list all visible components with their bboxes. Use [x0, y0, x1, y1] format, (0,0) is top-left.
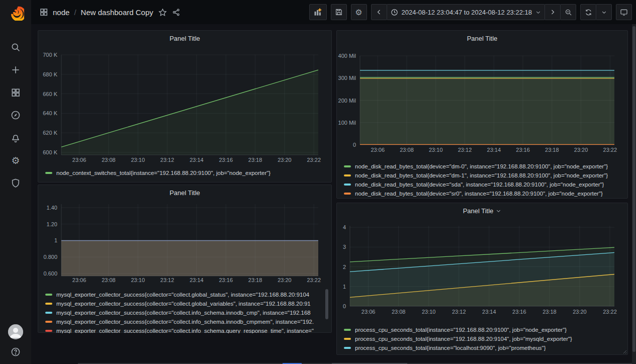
panel-header[interactable]: Panel Title	[337, 31, 627, 46]
panel-header[interactable]: Panel Title	[337, 203, 627, 218]
panel-title: Panel Title	[467, 35, 498, 42]
svg-text:600 K: 600 K	[43, 149, 57, 155]
cycle-view-mode-button[interactable]	[616, 4, 632, 20]
breadcrumb-dashboard-title[interactable]: New dashboard Copy	[81, 8, 153, 17]
legend-item[interactable]: mysql_exporter_collector_success{collect…	[45, 326, 321, 333]
legend-swatch	[344, 184, 351, 186]
share-icon[interactable]	[172, 8, 180, 17]
svg-text:23:06: 23:06	[72, 277, 86, 283]
breadcrumb-folder[interactable]: node	[53, 8, 69, 17]
clock-icon	[391, 9, 398, 16]
svg-text:23:10: 23:10	[131, 277, 145, 283]
panel-process-cpu: Panel Title 4321023:0623:0823:1023:1223:…	[336, 203, 628, 355]
refresh-group	[580, 4, 612, 20]
legend-item[interactable]: mysql_exporter_collector_success{collect…	[45, 299, 321, 308]
svg-text:100 Mil: 100 Mil	[338, 120, 356, 126]
time-shift-forward-button[interactable]	[544, 4, 561, 20]
legend-label: mysql_exporter_collector_success{collect…	[56, 328, 314, 333]
legend-item[interactable]: mysql_exporter_collector_success{collect…	[45, 317, 321, 326]
svg-text:23:12: 23:12	[458, 147, 472, 153]
star-icon[interactable]	[158, 8, 167, 17]
time-range-picker[interactable]: 2024-08-12 23:04:47 to 2024-08-12 23:22:…	[387, 4, 546, 20]
grafana-logo[interactable]	[7, 4, 24, 21]
legend-label: node_disk_read_bytes_total{device="dm-1"…	[355, 172, 608, 178]
svg-text:23:18: 23:18	[542, 309, 557, 315]
svg-text:23:18: 23:18	[248, 157, 262, 163]
legend-item[interactable]: node_context_switches_total{instance="19…	[45, 168, 326, 177]
legend-label: process_cpu_seconds_total{instance="192.…	[355, 327, 567, 333]
avatar[interactable]	[8, 324, 23, 339]
svg-text:23:10: 23:10	[429, 147, 443, 153]
legend-item[interactable]: process_cpu_seconds_total{instance="192.…	[344, 334, 622, 343]
svg-text:23:06: 23:06	[72, 157, 86, 163]
svg-text:23:08: 23:08	[400, 147, 414, 153]
timeseries-chart[interactable]: 4321023:0623:0823:1023:1223:1423:1623:18…	[337, 218, 627, 323]
legend-swatch	[45, 330, 52, 332]
svg-text:1.40: 1.40	[47, 205, 57, 211]
legend: node_disk_read_bytes_total{device="dm-0"…	[337, 160, 627, 199]
svg-text:0.800: 0.800	[43, 254, 57, 260]
grafana-app: ⚙ node / New dashboard Copy	[0, 0, 636, 364]
legend-item[interactable]: mysql_exporter_collector_success{collect…	[45, 308, 321, 317]
legend-item[interactable]: mysql_exporter_collector_success{collect…	[45, 290, 321, 299]
legend-item[interactable]: process_cpu_seconds_total{instance="192.…	[344, 325, 622, 334]
legend-item[interactable]: node_disk_read_bytes_total{device="dm-1"…	[344, 171, 622, 180]
svg-text:23:14: 23:14	[190, 157, 204, 163]
svg-text:23:10: 23:10	[422, 309, 436, 315]
zoom-out-time-button[interactable]	[560, 4, 576, 20]
svg-text:1: 1	[343, 284, 346, 290]
legend-label: node_disk_read_bytes_total{device="sda",…	[355, 181, 604, 188]
svg-text:23:06: 23:06	[361, 309, 376, 315]
legend-scrollbar[interactable]	[325, 289, 328, 319]
svg-text:1.20: 1.20	[47, 221, 57, 227]
panel-header[interactable]: Panel Title	[38, 31, 331, 46]
tv-icon	[620, 8, 628, 16]
panel-title: Panel Title	[169, 189, 200, 197]
chevron-down-icon	[535, 10, 541, 15]
timeseries-chart[interactable]: 1.401.2010.8000.60023:0623:0823:1023:122…	[38, 200, 331, 287]
add-panel-button[interactable]	[309, 4, 327, 20]
timeseries-chart[interactable]: 700 K680 K660 K640 K620 K600 K23:0623:08…	[38, 46, 331, 166]
legend-swatch	[45, 321, 52, 323]
save-dashboard-button[interactable]	[331, 4, 347, 20]
svg-text:23:16: 23:16	[219, 277, 233, 283]
panel-title: Panel Title	[169, 35, 200, 42]
legend-item[interactable]: node_disk_read_bytes_total{device="sda",…	[344, 180, 622, 189]
svg-text:23:22: 23:22	[603, 147, 617, 153]
legend: process_cpu_seconds_total{instance="192.…	[337, 323, 627, 355]
legend: mysql_exporter_collector_success{collect…	[38, 287, 331, 333]
timeseries-chart[interactable]: 400 Mil300 Mil200 Mil100 Mil023:0623:082…	[337, 46, 627, 160]
admin-shield-icon[interactable]	[11, 178, 21, 188]
svg-text:23:08: 23:08	[102, 157, 116, 163]
svg-text:23:16: 23:16	[516, 147, 530, 153]
settings-gear-icon[interactable]: ⚙	[11, 155, 21, 165]
topbar-actions: ⚙ 2024-08-12 23:04:47 to 2024-08-12 23:2…	[305, 4, 632, 20]
explore-compass-icon[interactable]	[11, 110, 21, 120]
legend-item[interactable]: process_cpu_seconds_total{instance="loca…	[344, 343, 622, 352]
time-shift-back-button[interactable]	[371, 4, 387, 20]
dashboards-icon[interactable]	[11, 87, 21, 98]
chevron-down-icon	[601, 10, 607, 15]
save-icon	[335, 8, 343, 16]
help-icon[interactable]	[11, 347, 21, 357]
panel-header[interactable]: Panel Title	[38, 185, 331, 200]
search-icon[interactable]	[11, 42, 21, 52]
zoom-out-icon	[565, 9, 572, 16]
legend-item[interactable]: node_disk_read_bytes_total{device="sr0",…	[344, 189, 622, 198]
svg-text:23:20: 23:20	[573, 309, 587, 315]
svg-text:23:06: 23:06	[371, 147, 385, 153]
refresh-interval-button[interactable]	[596, 4, 612, 20]
legend-item[interactable]: node_disk_read_bytes_total{device="dm-0"…	[344, 162, 622, 171]
plus-icon[interactable]	[11, 65, 21, 75]
page-scrollbar-track[interactable]	[632, 24, 636, 364]
legend-swatch	[344, 165, 351, 167]
svg-text:23:12: 23:12	[452, 309, 466, 315]
legend-swatch	[344, 329, 351, 331]
refresh-button[interactable]	[580, 4, 596, 20]
dashboard-settings-button[interactable]: ⚙	[351, 4, 367, 20]
panel-menu-caret-icon[interactable]	[496, 208, 501, 214]
legend-label: node_context_switches_total{instance="19…	[56, 170, 270, 176]
alerts-bell-icon[interactable]	[11, 133, 21, 143]
panel-title: Panel Title	[463, 207, 494, 215]
page-scrollbar-thumb[interactable]	[632, 26, 635, 352]
